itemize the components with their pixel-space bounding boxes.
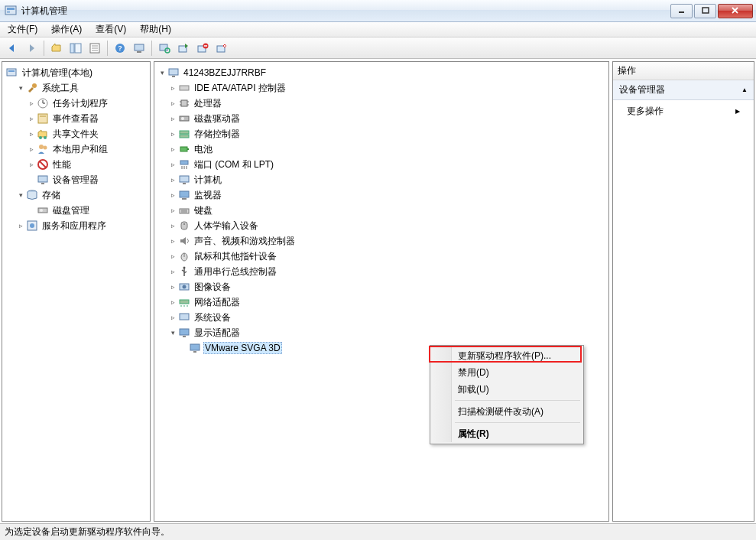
- services-icon: [26, 220, 38, 232]
- chevron-down-icon[interactable]: ▾: [157, 68, 167, 77]
- forward-button[interactable]: [22, 39, 41, 57]
- tree-shared-folders[interactable]: ▹ 共享文件夹: [4, 126, 148, 142]
- chevron-right-icon[interactable]: ▹: [168, 267, 177, 276]
- device-display[interactable]: ▾显示适配器: [156, 325, 607, 340]
- device-disk[interactable]: ▹磁盘驱动器: [156, 111, 607, 126]
- tree-disk-mgmt[interactable]: 磁盘管理: [4, 203, 148, 218]
- ctx-disable[interactable]: 禁用(D): [432, 364, 582, 381]
- tree-local-users[interactable]: ▹ 本地用户和组: [4, 142, 148, 157]
- tree-root-local[interactable]: 计算机管理(本地): [4, 65, 148, 80]
- help-button[interactable]: ?: [111, 39, 129, 57]
- svg-point-35: [44, 136, 47, 139]
- menu-action[interactable]: 操作(A): [47, 21, 86, 37]
- maximize-button[interactable]: [694, 4, 716, 18]
- disk-icon: [37, 204, 49, 216]
- chevron-right-icon[interactable]: ▹: [168, 160, 177, 169]
- device-imaging[interactable]: ▹图像设备: [156, 279, 607, 294]
- tree-system-tools[interactable]: ▾ 系统工具: [4, 80, 148, 96]
- chevron-right-icon[interactable]: ▹: [168, 83, 177, 93]
- tree-device-manager[interactable]: 设备管理器: [4, 172, 148, 187]
- scan-button[interactable]: [155, 39, 174, 57]
- device-hid[interactable]: ▹人体学输入设备: [156, 218, 607, 233]
- device-ide[interactable]: ▹IDE ATA/ATAPI 控制器: [156, 80, 607, 96]
- device-monitor[interactable]: ▹监视器: [156, 187, 607, 203]
- device-sound[interactable]: ▹声音、视频和游戏控制器: [156, 233, 607, 249]
- chevron-right-icon[interactable]: ▹: [16, 221, 25, 230]
- disable-button[interactable]: [193, 39, 212, 57]
- chevron-right-icon[interactable]: ▹: [168, 206, 177, 215]
- ctx-scan-hardware[interactable]: 扫描检测硬件改动(A): [432, 403, 582, 420]
- uninstall-button[interactable]: [213, 39, 231, 57]
- tree-label: 存储: [41, 188, 62, 203]
- minimize-button[interactable]: [670, 4, 693, 18]
- chevron-right-icon[interactable]: ▹: [27, 129, 36, 138]
- chevron-down-icon[interactable]: ▾: [16, 190, 25, 200]
- chevron-down-icon[interactable]: ▾: [16, 83, 25, 93]
- chevron-right-icon[interactable]: ▹: [27, 99, 36, 108]
- tree-task-scheduler[interactable]: ▹ 任务计划程序: [4, 96, 148, 111]
- chevron-right-icon[interactable]: ▹: [168, 175, 177, 184]
- tree-storage[interactable]: ▾ 存储: [4, 187, 148, 203]
- svg-point-73: [183, 223, 185, 225]
- device-mouse[interactable]: ▹鼠标和其他指针设备: [156, 249, 607, 264]
- chevron-right-icon[interactable]: ▹: [168, 99, 177, 108]
- ctx-update-driver[interactable]: 更新驱动程序软件(P)...: [432, 347, 582, 364]
- chevron-right-icon[interactable]: ▹: [168, 282, 177, 291]
- chevron-right-icon[interactable]: ▹: [27, 114, 36, 123]
- device-storage-controller[interactable]: ▹存储控制器: [156, 126, 607, 142]
- device-cpu[interactable]: ▹处理器: [156, 96, 607, 111]
- monitor-icon: [178, 189, 190, 201]
- chevron-right-icon[interactable]: ▹: [168, 252, 177, 261]
- properties-button[interactable]: [86, 39, 104, 57]
- collapse-icon: ▲: [741, 86, 748, 93]
- ctx-uninstall[interactable]: 卸载(U): [432, 381, 582, 398]
- svg-point-37: [44, 146, 47, 150]
- tree-services[interactable]: ▹ 服务和应用程序: [4, 218, 148, 233]
- left-tree[interactable]: 计算机管理(本地) ▾ 系统工具 ▹ 任务计划程序 ▹ 事件查看器 ▹ 共享文件…: [2, 62, 150, 236]
- ctx-properties[interactable]: 属性(R): [432, 425, 582, 442]
- tools-icon: [26, 82, 38, 94]
- shared-icon: [37, 128, 49, 140]
- window-controls: [670, 4, 753, 18]
- device-ports[interactable]: ▹端口 (COM 和 LPT): [156, 157, 607, 172]
- update-driver-button[interactable]: [174, 39, 193, 57]
- device-root[interactable]: ▾ 41243BZEJJ7RRBF: [156, 65, 607, 80]
- menu-help[interactable]: 帮助(H): [135, 21, 176, 37]
- chevron-right-icon[interactable]: ▹: [27, 145, 36, 154]
- close-button[interactable]: [718, 4, 753, 18]
- device-battery[interactable]: ▹电池: [156, 142, 607, 157]
- chevron-right-icon[interactable]: ▹: [168, 313, 177, 322]
- device-keyboard[interactable]: ▹键盘: [156, 203, 607, 218]
- tree-event-viewer[interactable]: ▹ 事件查看器: [4, 111, 148, 126]
- chevron-down-icon[interactable]: ▾: [168, 328, 177, 337]
- device-mgr-icon: [37, 174, 49, 186]
- chevron-right-icon[interactable]: ▹: [168, 236, 177, 246]
- chevron-right-icon[interactable]: ▹: [168, 145, 177, 154]
- chevron-right-icon[interactable]: ▹: [168, 298, 177, 307]
- back-button[interactable]: [3, 39, 21, 57]
- actions-section[interactable]: 设备管理器 ▲: [613, 80, 754, 100]
- svg-point-46: [30, 223, 34, 228]
- chevron-right-icon[interactable]: ▹: [168, 129, 177, 138]
- chevron-right-icon[interactable]: ▹: [168, 221, 177, 230]
- computer-icon[interactable]: [130, 39, 148, 57]
- device-tree[interactable]: ▾ 41243BZEJJ7RRBF ▹IDE ATA/ATAPI 控制器 ▹处理…: [154, 62, 608, 359]
- up-button[interactable]: [47, 39, 66, 57]
- disk-icon: [178, 112, 190, 125]
- show-hide-tree-button[interactable]: [67, 39, 85, 57]
- menu-view[interactable]: 查看(V): [91, 21, 131, 37]
- actions-more[interactable]: 更多操作 ▶: [613, 100, 754, 122]
- device-computer[interactable]: ▹计算机: [156, 172, 607, 187]
- device-network[interactable]: ▹网络适配器: [156, 294, 607, 310]
- chevron-right-icon[interactable]: ▹: [168, 190, 177, 200]
- device-usb[interactable]: ▹通用串行总线控制器: [156, 264, 607, 279]
- chevron-right-icon[interactable]: ▹: [168, 114, 177, 123]
- ctx-label: 禁用(D): [458, 366, 489, 379]
- svg-rect-32: [38, 114, 47, 123]
- menu-file[interactable]: 文件(F): [3, 21, 42, 37]
- chevron-right-icon[interactable]: ▹: [27, 160, 36, 169]
- device-system[interactable]: ▹系统设备: [156, 310, 607, 325]
- clock-icon: [37, 97, 49, 109]
- svg-rect-41: [41, 183, 44, 184]
- tree-performance[interactable]: ▹ 性能: [4, 157, 148, 172]
